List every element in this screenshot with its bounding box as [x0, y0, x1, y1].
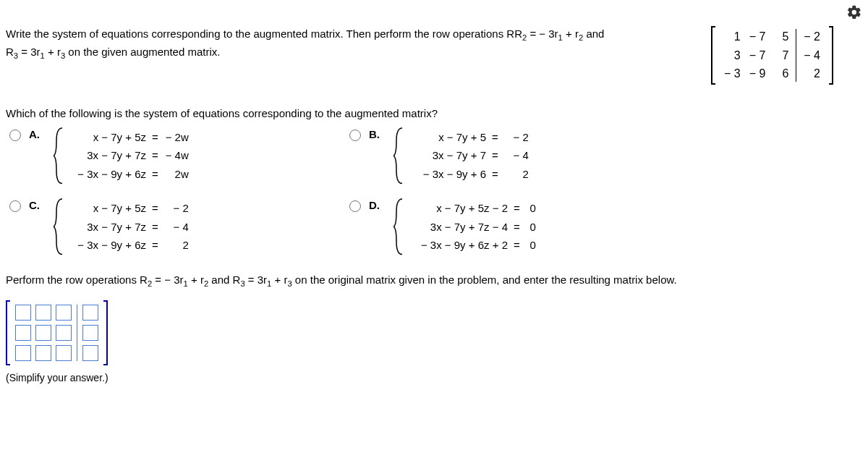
choice-b-label: B. [369, 128, 383, 140]
radio-d[interactable] [349, 200, 361, 212]
matrix-input-r3c3[interactable] [56, 345, 72, 361]
choice-b[interactable]: B. x − 7y + 5=− 2 3x − 7y + 7=− 4 − 3x −… [346, 127, 657, 185]
mc-question-text: Which of the following is the system of … [6, 107, 862, 119]
choice-d-label: D. [369, 199, 383, 211]
matrix-input-r2c3[interactable] [56, 325, 72, 341]
choice-c-label: C. [29, 199, 43, 211]
simplify-note: (Simplify your answer.) [6, 372, 862, 383]
radio-c[interactable] [9, 200, 21, 212]
radio-b[interactable] [349, 130, 361, 141]
matrix-input-r1c2[interactable] [35, 305, 51, 321]
problem-statement: Write the system of equations correspond… [6, 26, 697, 62]
matrix-input-r1c4[interactable] [82, 305, 98, 321]
choice-a-label: A. [29, 128, 43, 140]
radio-a[interactable] [9, 130, 21, 141]
choice-c[interactable]: C. x − 7y + 5z=− 2 3x − 7y + 7z=− 4 − 3x… [6, 198, 317, 256]
part2-instruction: Perform the row operations R2 = − 3r1 + … [6, 272, 862, 290]
augmented-matrix: 13− 3 − 7− 7− 9 576 − 2− 42 [711, 26, 833, 87]
answer-matrix [6, 300, 108, 365]
matrix-input-r3c1[interactable] [15, 345, 31, 361]
choice-a[interactable]: A. x − 7y + 5z=− 2w 3x − 7y + 7z=− 4w − … [6, 127, 317, 185]
matrix-input-r2c2[interactable] [35, 325, 51, 341]
matrix-input-r2c1[interactable] [15, 325, 31, 341]
matrix-input-r3c2[interactable] [35, 345, 51, 361]
matrix-input-r3c4[interactable] [82, 345, 98, 361]
matrix-input-r1c1[interactable] [15, 305, 31, 321]
brace-icon [393, 127, 404, 185]
settings-gear-icon[interactable] [846, 4, 862, 22]
matrix-input-r1c3[interactable] [56, 305, 72, 321]
brace-icon [393, 198, 404, 256]
choice-d[interactable]: D. x − 7y + 5z − 2=0 3x − 7y + 7z − 4=0 … [346, 198, 657, 256]
brace-icon [54, 127, 64, 185]
matrix-input-r2c4[interactable] [82, 325, 98, 341]
brace-icon [54, 198, 64, 256]
